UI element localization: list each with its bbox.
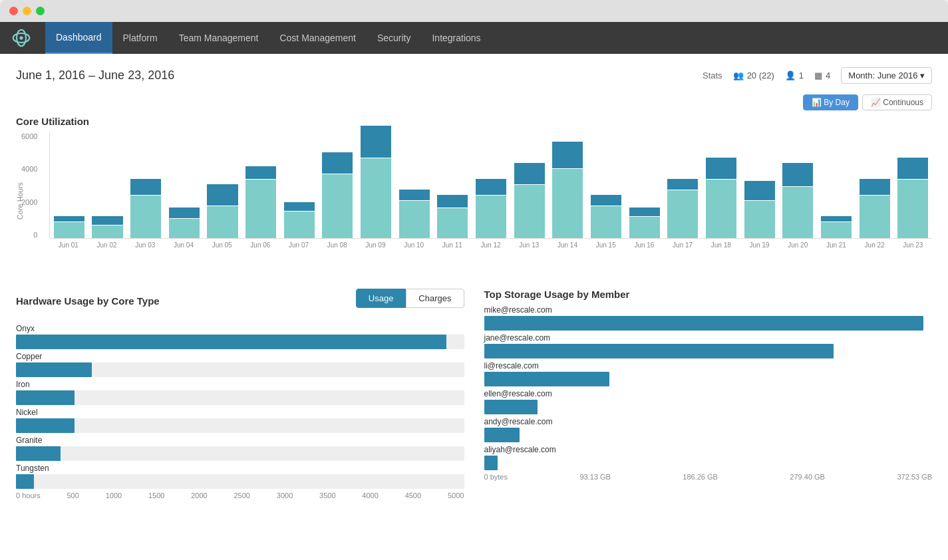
by-day-button[interactable]: 📊 By Day — [803, 94, 858, 110]
main-content: June 1, 2016 – June 23, 2016 Stats 👥 20 … — [0, 54, 948, 560]
storage-x-label: 0 bytes — [484, 473, 508, 481]
hardware-x-label: 3500 — [319, 491, 335, 499]
core-bar-light — [207, 206, 237, 238]
nav-integrations[interactable]: Integrations — [421, 22, 491, 54]
core-bar-dark — [399, 190, 430, 200]
hardware-bar-fill — [16, 390, 75, 405]
core-bar-dark — [476, 179, 506, 195]
nav-dashboard[interactable]: Dashboard — [45, 22, 112, 54]
core-x-label: Jun 15 — [587, 239, 625, 249]
hardware-bar-fill — [16, 418, 75, 433]
usage-tab[interactable]: Usage — [356, 289, 406, 308]
core-bar-col — [856, 179, 894, 238]
storage-bar-row: mike@rescale.com — [484, 305, 933, 331]
hardware-x-label: 4000 — [362, 491, 378, 499]
storage-bar-fill — [484, 400, 538, 414]
logo[interactable] — [11, 27, 32, 49]
storage-x-label: 279.40 GB — [790, 473, 825, 481]
core-bar-col — [510, 163, 549, 238]
core-x-label: Jun 02 — [88, 239, 126, 249]
line-chart-icon: 📈 — [871, 98, 883, 107]
storage-bar-row: aliyah@rescale.com — [484, 445, 933, 470]
bottom-row: Hardware Usage by Core Type Usage Charge… — [16, 289, 932, 499]
storage-bars: mike@rescale.comjane@rescale.comli@resca… — [484, 305, 933, 470]
core-x-label: Jun 05 — [203, 239, 241, 249]
traffic-light-yellow[interactable] — [23, 7, 31, 15]
stat-projects: ▦ 4 — [814, 70, 830, 80]
core-bar-col — [817, 216, 856, 238]
nav-platform[interactable]: Platform — [112, 22, 168, 54]
core-bar-col — [395, 190, 434, 238]
window-chrome — [0, 0, 948, 22]
core-bar-col — [664, 179, 703, 238]
core-x-label: Jun 21 — [817, 239, 856, 249]
hardware-bar-fill — [16, 335, 446, 349]
core-bar-dark — [706, 158, 736, 179]
y-label-0: 0 — [21, 231, 40, 239]
date-range: June 1, 2016 – June 23, 2016 — [16, 69, 174, 82]
core-bar-light — [169, 219, 200, 238]
chart-icon: 📊 — [812, 98, 824, 107]
charges-tab[interactable]: Charges — [406, 289, 464, 308]
month-dropdown[interactable]: Month: June 2016 ▾ — [841, 67, 932, 84]
storage-section: Top Storage Usage by Member mike@rescale… — [484, 289, 933, 499]
core-bar-dark — [897, 158, 928, 179]
hardware-bar-track — [16, 446, 464, 461]
storage-bar-row: li@rescale.com — [484, 361, 933, 386]
y-label-6000: 6000 — [21, 132, 40, 140]
core-x-label: Jun 06 — [241, 239, 280, 249]
storage-x-label: 186.26 GB — [683, 473, 718, 481]
core-x-label: Jun 11 — [433, 239, 472, 249]
nav-security[interactable]: Security — [367, 22, 422, 54]
storage-bar-label: andy@rescale.com — [484, 417, 933, 426]
core-x-label: Jun 08 — [318, 239, 357, 249]
nav-team-management[interactable]: Team Management — [168, 22, 269, 54]
traffic-light-red[interactable] — [9, 7, 18, 15]
nav-cost-management[interactable]: Cost Management — [269, 22, 366, 54]
core-bar-light — [591, 206, 621, 238]
hardware-bar-fill — [16, 362, 92, 377]
hardware-bar-row: Copper — [16, 352, 464, 377]
core-bar-light — [782, 187, 813, 238]
core-bar-col — [357, 126, 395, 238]
hardware-section: Hardware Usage by Core Type Usage Charge… — [16, 289, 464, 499]
core-bar-dark — [437, 195, 468, 208]
continuous-button[interactable]: 📈 Continuous — [862, 94, 932, 110]
core-bar-dark — [92, 216, 122, 225]
storage-bar-fill — [484, 372, 610, 386]
hardware-x-labels: 0 hours500100015002000250030003500400045… — [16, 491, 464, 499]
core-bar-col — [165, 208, 204, 238]
stats-area: Stats 👥 20 (22) 👤 1 ▦ 4 Month: June 2016… — [703, 67, 932, 84]
core-bar-light — [245, 180, 276, 238]
core-bar-col — [778, 163, 817, 238]
core-bar-dark — [322, 152, 353, 174]
traffic-light-green[interactable] — [36, 7, 45, 15]
core-bar-light — [552, 169, 583, 238]
core-bar-light — [130, 196, 161, 238]
core-bar-light — [399, 201, 430, 238]
core-bar-col — [126, 179, 165, 238]
hardware-title: Hardware Usage by Core Type — [16, 295, 160, 307]
storage-bar-label: mike@rescale.com — [484, 305, 933, 315]
core-bar-col — [280, 202, 319, 238]
core-bar-dark — [591, 195, 621, 206]
core-bar-col — [88, 216, 127, 238]
stat-users: 👥 20 (22) — [733, 70, 774, 80]
core-x-label: Jun 16 — [625, 239, 664, 249]
core-bar-light — [860, 196, 890, 238]
storage-bar-row: jane@rescale.com — [484, 333, 933, 358]
core-x-label: Jun 12 — [472, 239, 510, 249]
core-bar-dark — [130, 179, 161, 195]
nav-bar: Dashboard Platform Team Management Cost … — [0, 22, 948, 54]
core-bar-light — [284, 211, 315, 238]
hardware-bar-track — [16, 390, 464, 405]
storage-bar-label: ellen@rescale.com — [484, 389, 933, 398]
core-bar-col — [204, 184, 242, 238]
core-x-label: Jun 13 — [510, 239, 548, 249]
hardware-bar-row: Nickel — [16, 408, 464, 433]
core-bar-light — [629, 217, 660, 238]
core-bar-light — [821, 222, 852, 238]
core-bar-light — [322, 174, 353, 238]
storage-bar-fill — [484, 316, 923, 331]
core-bar-col — [625, 208, 664, 238]
